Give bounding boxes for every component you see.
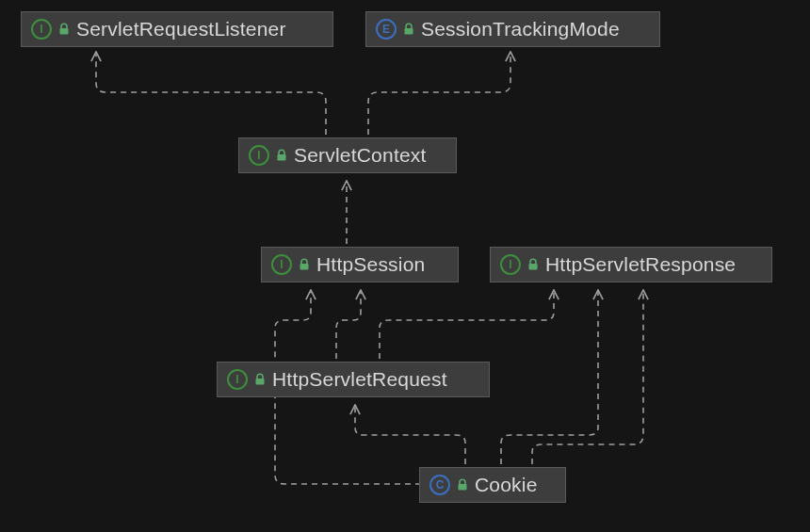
edge-context-to-listener [96,52,326,135]
node-label: SessionTrackingMode [421,18,620,40]
svg-rect-3 [300,264,309,270]
interface-icon: I [227,369,248,390]
edge-cookie-to-request [355,405,465,464]
node-session-tracking-mode[interactable]: E SessionTrackingMode [365,11,660,47]
edge-request-to-session [336,290,361,359]
lock-icon [253,373,267,386]
edge-cookie-to-response-b [532,290,643,464]
svg-rect-5 [256,379,265,385]
uml-diagram: { "nodes": { "servletRequestListener": {… [0,0,810,532]
lock-icon [526,258,540,271]
svg-rect-0 [60,28,69,35]
class-icon: C [429,475,450,495]
svg-rect-4 [529,264,538,270]
node-label: ServletContext [294,144,427,167]
lock-icon [456,478,469,492]
node-http-servlet-request[interactable]: I HttpServletRequest [217,362,490,397]
lock-icon [298,258,311,271]
interface-icon: I [271,254,292,275]
svg-rect-2 [278,154,286,161]
node-servlet-context[interactable]: I ServletContext [238,137,457,173]
lock-icon [57,23,71,36]
node-http-session[interactable]: I HttpSession [261,247,459,282]
edge-request-to-response [380,290,554,359]
node-label: HttpServletResponse [545,253,736,276]
enum-icon: E [376,19,397,40]
node-label: HttpSession [316,253,425,276]
node-cookie[interactable]: C Cookie [419,467,566,503]
node-label: HttpServletRequest [272,368,447,391]
interface-icon: I [31,19,52,40]
svg-rect-6 [459,484,467,491]
edge-cookie-to-response-a [501,290,598,464]
edge-context-to-trackingmode [368,52,510,135]
node-label: Cookie [475,474,538,496]
node-http-servlet-response[interactable]: I HttpServletResponse [490,247,772,282]
lock-icon [275,149,288,162]
interface-icon: I [249,145,269,166]
svg-rect-1 [405,28,413,35]
interface-icon: I [500,254,521,275]
node-label: ServletRequestListener [76,18,286,40]
lock-icon [402,23,415,36]
node-servlet-request-listener[interactable]: I ServletRequestListener [21,11,333,47]
